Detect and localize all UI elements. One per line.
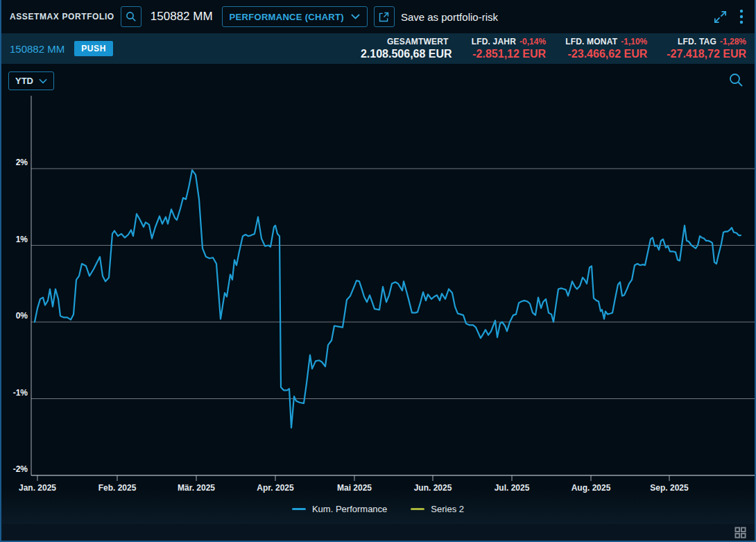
stats-group: GESAMTWERT 2.108.506,68 EUR LFD. JAHR -0…	[361, 37, 746, 61]
performance-chart[interactable]: 2%1%0%-1%-2%Jan. 2025Feb. 2025Mär. 2025A…	[1, 64, 755, 524]
chart-area: YTD 2%1%0%-1%-2%Jan. 2025Feb. 2025Mär. 2…	[1, 64, 755, 524]
stat-lfd-tag: LFD. TAG -1,28% -27.418,72 EUR	[667, 37, 746, 61]
chart-legend: Kum. Performance Series 2	[1, 504, 755, 514]
chevron-down-icon	[39, 78, 47, 84]
y-axis-label: 0%	[16, 311, 28, 321]
x-axis-label: Sep. 2025	[650, 483, 689, 493]
chevron-down-icon	[351, 14, 360, 19]
stat-percent: -1,10%	[621, 37, 647, 47]
legend-item-series2[interactable]: Series 2	[411, 504, 464, 514]
stat-lfd-monat: LFD. MONAT -1,10% -23.466,62 EUR	[565, 37, 647, 61]
series-line-0	[35, 170, 741, 427]
stat-label: GESAMTWERT	[387, 37, 449, 47]
portfolio-search-input[interactable]: 150882 MM	[151, 10, 213, 24]
stat-label: LFD. MONAT	[565, 37, 617, 47]
open-external-button[interactable]	[374, 6, 395, 27]
stat-value: -2.851,12 EUR	[472, 47, 546, 61]
search-button[interactable]	[121, 6, 141, 27]
stat-lfd-jahr: LFD. JAHR -0,14% -2.851,12 EUR	[472, 37, 547, 61]
stat-label: LFD. TAG	[678, 37, 716, 47]
x-axis-label: Mai 2025	[337, 483, 372, 493]
legend-label: Kum. Performance	[312, 504, 387, 514]
bottom-bar	[1, 524, 755, 541]
y-axis-label: 1%	[16, 235, 28, 244]
zoom-icon	[728, 72, 744, 87]
expand-icon[interactable]	[712, 9, 728, 25]
kebab-menu-icon[interactable]	[739, 8, 744, 25]
stat-label: LFD. JAHR	[472, 37, 516, 47]
stat-value: -27.418,72 EUR	[667, 47, 746, 61]
y-axis-label: -2%	[13, 464, 28, 474]
stat-value: 2.108.506,68 EUR	[361, 47, 452, 61]
stat-percent: -0,14%	[519, 37, 546, 47]
legend-label: Series 2	[431, 504, 464, 514]
top-header: ASSETMAX PORTFOLIO 150882 MM PERFORMANCE…	[1, 0, 755, 33]
stat-gesamtwert: GESAMTWERT 2.108.506,68 EUR	[361, 37, 452, 61]
search-icon	[126, 11, 137, 22]
x-axis-label: Jan. 2025	[19, 483, 56, 493]
external-link-icon	[378, 11, 390, 23]
x-axis-label: Mär. 2025	[178, 483, 215, 493]
range-selector-value: YTD	[15, 76, 33, 86]
grid-icon[interactable]	[734, 527, 746, 539]
legend-item-kum-performance[interactable]: Kum. Performance	[292, 504, 387, 514]
view-selector-dropdown[interactable]: PERFORMANCE (CHART)	[222, 6, 368, 27]
legend-swatch-olive	[411, 508, 424, 510]
y-axis-label: -1%	[13, 388, 28, 398]
x-axis-label: Jun. 2025	[414, 483, 452, 493]
stats-bar: 150882 MM PUSH GESAMTWERT 2.108.506,68 E…	[1, 33, 755, 64]
x-axis-label: Aug. 2025	[572, 483, 611, 493]
app-title: ASSETMAX PORTFOLIO	[10, 12, 114, 22]
stat-percent: -1,28%	[720, 37, 746, 47]
save-as-portfolio-risk-link[interactable]: Save as portfolio-risk	[401, 11, 498, 23]
chart-zoom-button[interactable]	[728, 72, 744, 90]
range-selector-dropdown[interactable]: YTD	[8, 71, 54, 90]
portfolio-name[interactable]: 150882 MM	[10, 43, 65, 55]
x-axis-label: Feb. 2025	[98, 483, 137, 493]
x-axis-label: Apr. 2025	[257, 483, 294, 493]
push-badge[interactable]: PUSH	[74, 41, 113, 56]
view-selector-value: PERFORMANCE (CHART)	[230, 12, 344, 22]
assetmax-window: ASSETMAX PORTFOLIO 150882 MM PERFORMANCE…	[0, 0, 756, 542]
x-axis-label: Jul. 2025	[495, 483, 530, 493]
legend-swatch-blue	[292, 508, 306, 510]
header-actions	[712, 8, 746, 25]
y-axis-label: 2%	[16, 158, 28, 167]
stat-value: -23.466,62 EUR	[568, 47, 648, 61]
